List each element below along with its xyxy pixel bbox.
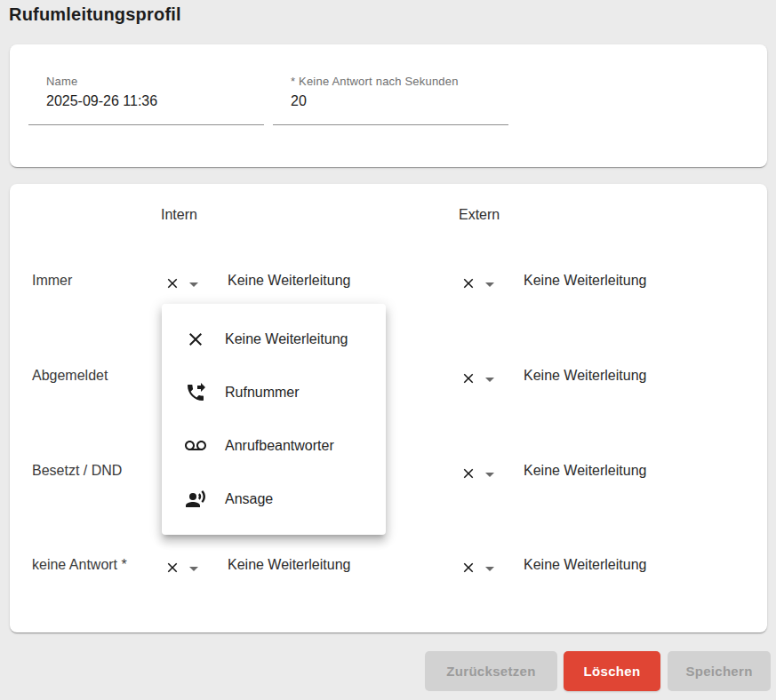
close-icon [460, 370, 476, 386]
save-button[interactable]: Speichern [668, 651, 771, 691]
name-field: Name [28, 75, 264, 125]
chevron-down-icon [189, 282, 198, 287]
menu-item-label: Anrufbeantworter [225, 438, 334, 454]
page-title: Rufumleitungsprofil [9, 4, 181, 25]
menu-item-label: Rufnummer [225, 385, 300, 401]
extern-selected-value: Keine Weiterleitung [524, 463, 646, 479]
no-answer-seconds-input[interactable] [273, 93, 486, 109]
close-icon [185, 329, 206, 350]
close-icon [164, 560, 180, 576]
table-row-immer: Immer Keine Weiterleitung Keine Weiterle… [10, 272, 767, 295]
chevron-down-icon [189, 567, 198, 571]
row-label: Besetzt / DND [32, 463, 122, 479]
extern-forwarding-select[interactable] [460, 557, 494, 578]
name-input[interactable] [28, 93, 242, 109]
no-answer-seconds-field: * Keine Antwort nach Sekunden [273, 75, 508, 125]
chevron-down-icon [485, 567, 494, 571]
row-label: keine Antwort * [32, 557, 127, 573]
close-icon [460, 560, 476, 576]
table-row-abgemeldet: Abgemeldet Keine Weiterleitung [10, 367, 767, 390]
menu-item-label: Ansage [225, 491, 273, 507]
row-label: Abgemeldet [32, 368, 108, 384]
close-icon [460, 465, 476, 481]
menu-item-keine-weiterleitung[interactable]: Keine Weiterleitung [162, 313, 386, 366]
menu-item-ansage[interactable]: Ansage [162, 473, 386, 526]
table-row-keine-antwort: keine Antwort * Keine Weiterleitung Kein… [10, 556, 767, 579]
profile-form-card: Name * Keine Antwort nach Sekunden [10, 44, 767, 167]
intern-selected-value: Keine Weiterleitung [228, 557, 350, 573]
menu-item-rufnummer[interactable]: Rufnummer [162, 366, 386, 419]
name-field-label: Name [28, 75, 264, 88]
menu-item-anrufbeantworter[interactable]: Anrufbeantworter [162, 419, 386, 473]
close-icon [164, 275, 180, 291]
call-forwarding-profile-page: Rufumleitungsprofil Name * Keine Antwort… [0, 0, 776, 700]
row-label: Immer [32, 273, 72, 289]
extern-forwarding-select[interactable] [460, 273, 494, 294]
extern-forwarding-select[interactable] [460, 368, 494, 389]
extern-selected-value: Keine Weiterleitung [524, 368, 646, 384]
extern-selected-value: Keine Weiterleitung [524, 273, 646, 289]
intern-forwarding-select[interactable] [164, 557, 198, 578]
intern-forwarding-select[interactable] [164, 273, 198, 294]
reset-button[interactable]: Zurücksetzen [425, 651, 557, 691]
extern-selected-value: Keine Weiterleitung [524, 557, 646, 573]
delete-button[interactable]: Löschen [564, 651, 660, 691]
chevron-down-icon [485, 282, 494, 287]
phone-forwarded-icon [185, 382, 206, 403]
intern-selected-value: Keine Weiterleitung [228, 273, 350, 289]
chevron-down-icon [485, 473, 494, 477]
extern-forwarding-select[interactable] [460, 463, 494, 484]
forwarding-table-card: Intern Extern Immer Keine Weiterleitung … [10, 184, 767, 632]
column-header-intern: Intern [161, 207, 197, 223]
forwarding-options-menu: Keine Weiterleitung Rufnummer Anrufbeant… [162, 304, 386, 535]
chevron-down-icon [485, 378, 494, 382]
column-header-extern: Extern [459, 207, 500, 223]
voicemail-icon [185, 435, 206, 457]
close-icon [460, 275, 476, 291]
no-answer-seconds-label: * Keine Antwort nach Sekunden [273, 75, 508, 88]
menu-item-label: Keine Weiterleitung [225, 331, 348, 347]
table-row-besetzt-dnd: Besetzt / DND Keine Weiterleitung [10, 462, 767, 485]
record-voice-over-icon [185, 489, 206, 510]
